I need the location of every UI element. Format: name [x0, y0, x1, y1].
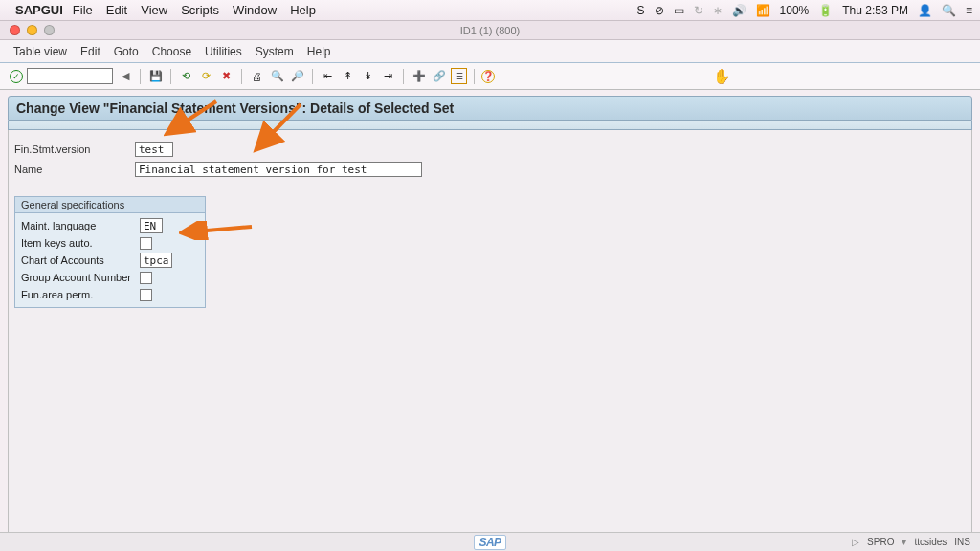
- item-keys-auto-checkbox[interactable]: [140, 237, 152, 250]
- fin-stmt-version-input[interactable]: test: [135, 142, 173, 157]
- group-account-number-label: Group Account Number: [21, 272, 140, 283]
- bluetooth-icon[interactable]: ∗: [713, 4, 723, 17]
- display-icon[interactable]: ▭: [674, 4, 684, 17]
- print-icon[interactable]: 🖨: [249, 68, 265, 84]
- menu-icon[interactable]: ≡: [966, 4, 972, 17]
- spotlight-icon[interactable]: 🔍: [942, 4, 956, 17]
- mac-menu-window[interactable]: Window: [233, 3, 277, 17]
- sap-logo-icon: SAP: [474, 535, 505, 550]
- battery-icon[interactable]: 🔋: [818, 4, 833, 17]
- group-title: General specifications: [15, 197, 205, 213]
- status-nav-icon[interactable]: ▷: [852, 537, 859, 547]
- mac-menu-edit[interactable]: Edit: [106, 3, 127, 17]
- enter-icon[interactable]: ✓: [10, 70, 23, 83]
- chart-of-accounts-input[interactable]: tpca: [140, 253, 172, 268]
- maint-language-input[interactable]: EN: [140, 218, 163, 233]
- fun-area-perm-label: Fun.area perm.: [21, 289, 140, 300]
- sap-menu-help[interactable]: Help: [307, 45, 331, 58]
- maint-language-label: Maint. language: [21, 220, 140, 231]
- sync2-icon[interactable]: ↻: [694, 4, 703, 17]
- find-next-icon[interactable]: 🔎: [289, 68, 305, 84]
- find-icon[interactable]: 🔍: [269, 68, 285, 84]
- page-title: Change View "Financial Statement Version…: [8, 96, 972, 121]
- dnd-icon[interactable]: ⊘: [655, 4, 664, 17]
- next-page-icon[interactable]: ↡: [360, 68, 376, 84]
- close-window-icon[interactable]: [10, 25, 20, 35]
- status-tcode: SPRO: [867, 537, 894, 547]
- status-dropdown-icon[interactable]: ▾: [902, 537, 906, 547]
- status-session: ttcsides: [914, 537, 947, 547]
- prev-page-icon[interactable]: ↟: [340, 68, 356, 84]
- history-icon[interactable]: ◀: [117, 68, 133, 84]
- fun-area-perm-checkbox[interactable]: [140, 289, 152, 301]
- shortcut-icon[interactable]: 🔗: [431, 68, 447, 84]
- battery-text[interactable]: 100%: [780, 4, 810, 17]
- minimize-window-icon[interactable]: [27, 25, 37, 35]
- sap-menu-utilities[interactable]: Utilities: [205, 45, 242, 58]
- sync-icon[interactable]: S: [637, 4, 645, 17]
- mac-menu-help[interactable]: Help: [290, 3, 316, 17]
- sap-menu-goto[interactable]: Goto: [114, 45, 139, 58]
- mac-menu-file[interactable]: File: [73, 3, 93, 17]
- layout-icon[interactable]: ☰: [451, 68, 467, 84]
- name-label: Name: [14, 164, 135, 175]
- wifi-icon[interactable]: 📶: [756, 4, 770, 17]
- general-specifications-group: General specifications Maint. language E…: [14, 196, 206, 308]
- mac-status-area: S ⊘ ▭ ↻ ∗ 🔊 📶 100% 🔋 Thu 2:53 PM 👤 🔍 ≡: [637, 4, 972, 17]
- sap-menu-edit[interactable]: Edit: [80, 45, 100, 58]
- hand-cursor-icon: ✋: [713, 68, 731, 85]
- clock[interactable]: Thu 2:53 PM: [842, 4, 908, 17]
- help-icon[interactable]: ❓: [481, 70, 495, 83]
- last-page-icon[interactable]: ⇥: [380, 68, 396, 84]
- volume-icon[interactable]: 🔊: [732, 4, 746, 17]
- fin-stmt-version-label: Fin.Stmt.version: [14, 143, 135, 155]
- mac-menu-scripts[interactable]: Scripts: [181, 3, 219, 17]
- first-page-icon[interactable]: ⇤: [320, 68, 336, 84]
- chart-of-accounts-label: Chart of Accounts: [21, 254, 140, 266]
- sub-title-band: [8, 121, 972, 130]
- sap-menu-tableview[interactable]: Table view: [13, 45, 67, 58]
- cancel-icon[interactable]: ✖: [218, 68, 234, 84]
- user-icon[interactable]: 👤: [918, 4, 932, 17]
- item-keys-auto-label: Item keys auto.: [21, 237, 140, 249]
- app-name[interactable]: SAPGUI: [15, 3, 63, 17]
- exit-icon[interactable]: ⟳: [198, 68, 214, 84]
- mac-menu-view[interactable]: View: [141, 3, 167, 17]
- save-icon[interactable]: 💾: [147, 68, 164, 84]
- new-session-icon[interactable]: ➕: [411, 68, 427, 84]
- command-field[interactable]: [27, 68, 113, 84]
- name-input[interactable]: Financial statement version for test: [135, 162, 422, 177]
- back-icon[interactable]: ⟲: [178, 68, 194, 84]
- sap-menu-system[interactable]: System: [256, 45, 294, 58]
- sap-menu-choose[interactable]: Choose: [152, 45, 191, 58]
- zoom-window-icon[interactable]: [44, 25, 55, 35]
- window-title: ID1 (1) (800): [460, 25, 520, 36]
- group-account-number-checkbox[interactable]: [140, 272, 152, 284]
- status-ins-mode: INS: [954, 537, 970, 547]
